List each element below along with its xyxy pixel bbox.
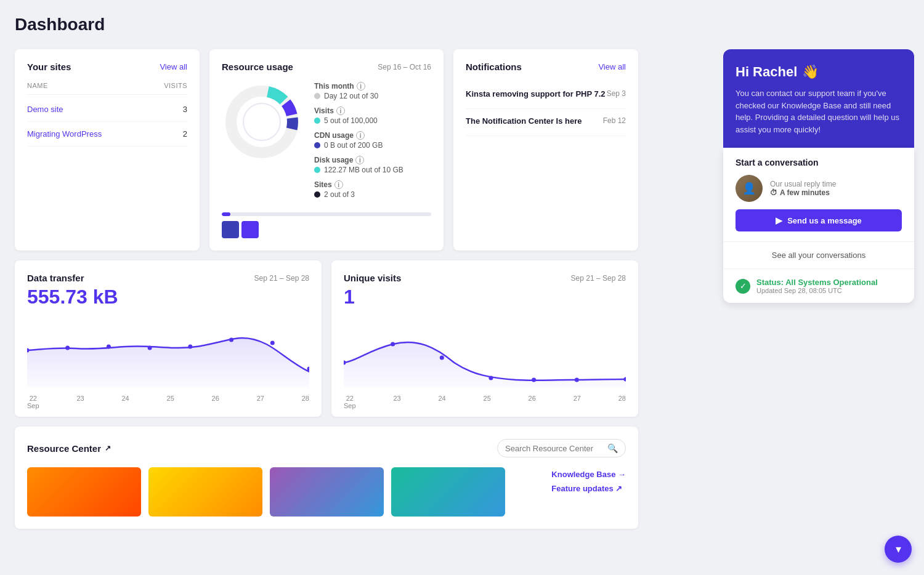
data-transfer-value: 555.73 kB bbox=[27, 286, 309, 308]
site-link-migrating[interactable]: Migrating WordPress bbox=[27, 129, 102, 139]
unique-visits-card: Unique visits Sep 21 – Sep 28 1 bbox=[331, 260, 638, 417]
sites-card: Your sites View all NAME VISITS Demo sit… bbox=[15, 49, 200, 251]
support-greeting: Hi Rachel 👋 bbox=[736, 64, 902, 80]
stat-this-month: This month i Day 12 out of 30 bbox=[314, 82, 431, 100]
reply-time-label: Our usual reply time bbox=[770, 180, 836, 188]
donut-chart bbox=[222, 82, 302, 162]
dot-sites bbox=[314, 191, 320, 198]
site-row: Migrating WordPress 2 bbox=[27, 122, 187, 147]
svg-point-7 bbox=[107, 345, 111, 349]
resource-center-thumbnails bbox=[27, 467, 505, 517]
svg-point-14 bbox=[391, 342, 395, 347]
notif-title-2: The Notification Center Is here bbox=[466, 116, 582, 126]
data-transfer-chart bbox=[27, 313, 309, 387]
svg-point-16 bbox=[488, 376, 493, 380]
conversation-section: Start a conversation 👤 Our usual reply t… bbox=[723, 148, 914, 242]
send-message-button[interactable]: ▶ Send us a message bbox=[736, 209, 902, 231]
collapse-button[interactable]: ▾ bbox=[885, 536, 912, 563]
knowledge-base-link[interactable]: Knowledge Base → bbox=[551, 470, 626, 479]
see-all-conversations-link[interactable]: See all your conversations bbox=[723, 242, 914, 269]
status-text: Status: All Systems Operational bbox=[756, 278, 878, 287]
notifications-view-all-link[interactable]: View all bbox=[598, 62, 626, 71]
svg-point-8 bbox=[148, 346, 152, 350]
page-title: Dashboard bbox=[15, 15, 638, 34]
col-name: NAME bbox=[27, 82, 48, 89]
status-check-icon: ✓ bbox=[736, 279, 750, 294]
status-updated: Updated Sep 28, 08:05 UTC bbox=[756, 287, 878, 294]
stat-disk: Disk usage i 122.27 MB out of 10 GB bbox=[314, 156, 431, 174]
thumbnail-4[interactable] bbox=[391, 467, 505, 517]
unique-visits-title: Unique visits bbox=[344, 273, 401, 283]
svg-point-4 bbox=[243, 103, 280, 140]
thumbnail-2[interactable] bbox=[148, 467, 262, 517]
resource-date-range: Sep 16 – Oct 16 bbox=[378, 63, 431, 71]
resource-card-title: Resource usage bbox=[222, 62, 293, 72]
resource-stats: This month i Day 12 out of 30 Visits i bbox=[314, 82, 431, 205]
conversation-title: Start a conversation bbox=[736, 158, 902, 167]
svg-point-6 bbox=[65, 346, 70, 350]
info-icon-cdn[interactable]: i bbox=[356, 131, 365, 140]
dot-disk bbox=[314, 167, 320, 173]
agent-row: 👤 Our usual reply time ⏱A few minutes bbox=[736, 175, 902, 202]
resource-center-title: Resource Center ↗ bbox=[27, 443, 111, 454]
svg-point-10 bbox=[229, 338, 233, 342]
info-icon-sites[interactable]: i bbox=[334, 180, 343, 189]
svg-point-9 bbox=[188, 345, 192, 349]
notif-title-1: Kinsta removing support for PHP 7.2 bbox=[466, 89, 606, 99]
notif-date-1: Sep 3 bbox=[607, 89, 626, 98]
support-card-header: Hi Rachel 👋 You can contact our support … bbox=[723, 49, 914, 148]
thumbnail-1[interactable] bbox=[27, 467, 141, 517]
notifications-card: Notifications View all Kinsta removing s… bbox=[453, 49, 638, 251]
stat-visits: Visits i 5 out of 100,000 bbox=[314, 107, 431, 125]
notification-item: The Notification Center Is here Feb 12 bbox=[466, 109, 626, 136]
site-link-demo[interactable]: Demo site bbox=[27, 105, 63, 114]
info-icon-month[interactable]: i bbox=[357, 82, 365, 90]
resource-center-links: Knowledge Base → Feature updates ↗ bbox=[551, 467, 626, 493]
search-icon: 🔍 bbox=[607, 443, 618, 453]
svg-point-18 bbox=[575, 378, 579, 382]
resource-center-search-input[interactable] bbox=[505, 444, 604, 453]
sites-table-header: NAME VISITS bbox=[27, 82, 187, 95]
send-icon: ▶ bbox=[776, 215, 782, 225]
unique-visits-chart bbox=[344, 313, 626, 387]
support-description: You can contact our support team if you'… bbox=[736, 87, 902, 135]
sites-view-all-link[interactable]: View all bbox=[160, 62, 187, 71]
bar-block bbox=[241, 221, 259, 238]
site-visits-migrating: 2 bbox=[183, 129, 187, 139]
svg-point-17 bbox=[532, 378, 536, 382]
resource-center-card: Resource Center ↗ 🔍 Knowledge Base → Fea… bbox=[15, 427, 638, 529]
svg-point-11 bbox=[270, 341, 275, 345]
chevron-down-icon: ▾ bbox=[896, 542, 901, 556]
unique-visits-date: Sep 21 – Sep 28 bbox=[571, 274, 626, 283]
resource-center-search-box[interactable]: 🔍 bbox=[497, 439, 626, 457]
sites-card-title: Your sites bbox=[27, 62, 71, 72]
stat-cdn: CDN usage i 0 B out of 200 GB bbox=[314, 131, 431, 150]
site-row: Demo site 3 bbox=[27, 97, 187, 122]
data-transfer-labels: 22Sep 23 24 25 26 27 28 bbox=[27, 395, 309, 409]
data-transfer-title: Data transfer bbox=[27, 273, 84, 283]
feature-updates-link[interactable]: Feature updates ↗ bbox=[551, 484, 626, 493]
unique-visits-value: 1 bbox=[344, 286, 626, 308]
notification-item: Kinsta removing support for PHP 7.2 Sep … bbox=[466, 82, 626, 109]
dot-month bbox=[314, 93, 320, 99]
support-card-body: Start a conversation 👤 Our usual reply t… bbox=[723, 148, 914, 303]
stat-sites: Sites i 2 out of 3 bbox=[314, 180, 431, 199]
dot-visits bbox=[314, 118, 320, 124]
svg-point-15 bbox=[440, 356, 444, 360]
thumbnail-3[interactable] bbox=[270, 467, 384, 517]
notif-date-2: Feb 12 bbox=[603, 116, 626, 125]
data-transfer-card: Data transfer Sep 21 – Sep 28 555.73 kB bbox=[15, 260, 322, 417]
info-icon-visits[interactable]: i bbox=[336, 107, 345, 115]
wave-emoji: 👋 bbox=[802, 64, 819, 80]
progress-bars bbox=[222, 212, 431, 238]
col-visits: VISITS bbox=[164, 82, 187, 89]
status-section: ✓ Status: All Systems Operational Update… bbox=[723, 269, 914, 303]
site-visits-demo: 3 bbox=[183, 105, 187, 114]
resource-usage-card: Resource usage Sep 16 – Oct 16 bbox=[209, 49, 444, 251]
info-icon-disk[interactable]: i bbox=[355, 156, 364, 164]
notifications-title: Notifications bbox=[466, 62, 522, 72]
support-panel: Hi Rachel 👋 You can contact our support … bbox=[723, 49, 914, 303]
dot-cdn bbox=[314, 142, 320, 148]
reply-time-value: ⏱A few minutes bbox=[770, 188, 836, 197]
bar-block bbox=[222, 221, 239, 238]
